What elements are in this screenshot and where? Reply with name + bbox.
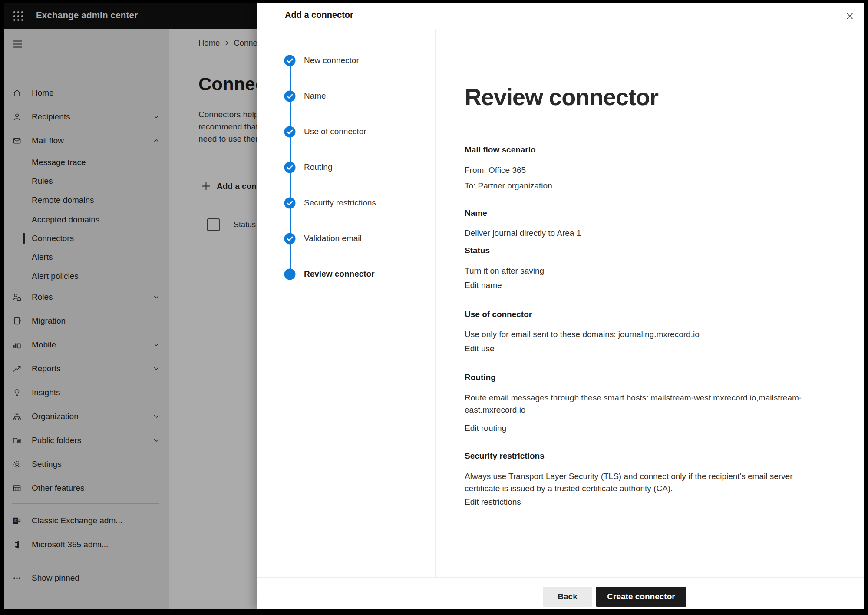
step-complete-icon xyxy=(284,197,296,209)
step-complete-icon xyxy=(284,90,296,102)
step-complete-icon xyxy=(284,126,296,138)
panel-title: Add a connector xyxy=(285,10,353,20)
section-heading-use-of-connector: Use of connector xyxy=(465,310,816,319)
panel-footer: Back Create connector xyxy=(257,577,864,609)
step-complete-icon xyxy=(284,233,296,245)
close-button[interactable] xyxy=(843,9,857,23)
wizard-step-validation-email[interactable]: Validation email xyxy=(284,232,362,245)
use-of-connector-value: Use only for email sent to these domains… xyxy=(465,328,816,341)
section-heading-status: Status xyxy=(465,246,816,255)
wizard-step-review-connector[interactable]: Review connector xyxy=(284,268,375,281)
edit-restrictions-link[interactable]: Edit restrictions xyxy=(465,497,816,507)
close-icon xyxy=(844,10,856,22)
step-complete-icon xyxy=(284,162,296,173)
routing-value: Route email messages through these smart… xyxy=(465,392,816,416)
modal-dim-overlay xyxy=(4,3,257,609)
section-heading-routing: Routing xyxy=(465,373,816,382)
panel-header: Add a connector xyxy=(257,3,864,29)
wizard-divider xyxy=(435,29,436,578)
security-restrictions-value: Always use Transport Layer Security (TLS… xyxy=(465,470,816,495)
step-label: Name xyxy=(304,91,326,101)
step-label: Use of connector xyxy=(304,127,366,136)
back-button[interactable]: Back xyxy=(543,587,592,607)
connector-name-value: Deliver journal directly to Area 1 xyxy=(465,227,816,239)
wizard-step-routing[interactable]: Routing xyxy=(284,161,333,174)
mail-flow-from: From: Office 365 xyxy=(465,164,816,176)
app-window: Exchange admin center Home Recipients Ma… xyxy=(4,3,864,609)
section-heading-name: Name xyxy=(465,208,816,218)
wizard-step-name[interactable]: Name xyxy=(284,89,326,102)
step-label: Routing xyxy=(304,162,333,172)
section-heading-security-restrictions: Security restrictions xyxy=(465,451,816,461)
edit-name-link[interactable]: Edit name xyxy=(465,281,816,290)
step-label: New connector xyxy=(304,56,359,65)
step-label: Security restrictions xyxy=(304,198,376,208)
section-heading-mail-flow-scenario: Mail flow scenario xyxy=(465,145,816,155)
status-value: Turn it on after saving xyxy=(465,265,816,277)
create-connector-button[interactable]: Create connector xyxy=(596,587,686,607)
wizard-step-security-restrictions[interactable]: Security restrictions xyxy=(284,196,376,209)
review-heading: Review connector xyxy=(465,83,816,110)
edit-use-link[interactable]: Edit use xyxy=(465,344,816,354)
add-connector-panel: Add a connector New connector Name Use o… xyxy=(257,3,864,609)
edit-routing-link[interactable]: Edit routing xyxy=(465,423,816,433)
step-label: Validation email xyxy=(304,234,362,243)
wizard-step-use-of-connector[interactable]: Use of connector xyxy=(284,125,366,138)
step-current-icon xyxy=(284,268,296,280)
step-label: Review connector xyxy=(304,269,375,279)
mail-flow-to: To: Partner organization xyxy=(465,180,816,192)
wizard-step-new-connector[interactable]: New connector xyxy=(284,54,359,67)
step-complete-icon xyxy=(284,55,296,66)
